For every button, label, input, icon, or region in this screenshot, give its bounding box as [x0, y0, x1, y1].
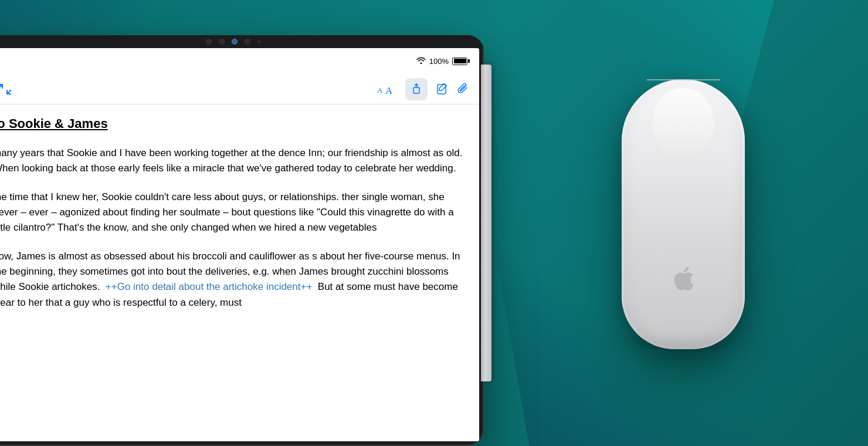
battery-icon: [452, 58, 467, 65]
document-paragraph-3: now, James is almost as obsessed about h…: [0, 249, 465, 310]
mouse-highlight: [653, 88, 714, 158]
battery-fill: [454, 59, 466, 63]
wifi-icon: [416, 56, 426, 66]
document-paragraph-2: the time that I knew her, Sookie couldn'…: [0, 190, 465, 236]
ipad-sensor-2: [245, 39, 250, 45]
ipad-microphone: [257, 40, 261, 43]
mouse-bottom-edge: [631, 332, 736, 349]
ipad-power-btn: [232, 39, 238, 45]
document-title: to Sookie & James: [0, 116, 465, 131]
ipad-toolbar: A A: [0, 74, 479, 104]
svg-rect-2: [413, 87, 419, 93]
mouse-top-line: [646, 79, 720, 81]
ipad-status-bar: 100%: [0, 48, 479, 74]
document-note: ++Go into detail about the artichoke inc…: [106, 281, 313, 292]
svg-text:A: A: [385, 85, 393, 96]
status-bar-right: 100%: [416, 56, 467, 66]
ipad-screen: 100%: [0, 48, 479, 441]
battery-percentage: 100%: [429, 57, 449, 66]
toolbar-right: A A: [377, 78, 470, 100]
document-content[interactable]: to Sookie & James many years that Sookie…: [0, 104, 479, 441]
share-button[interactable]: [405, 78, 428, 100]
toolbar-left: [0, 81, 13, 97]
ipad-right-bezel: [481, 65, 491, 381]
attachment-button[interactable]: [457, 83, 470, 96]
magic-mouse-body: [622, 79, 745, 349]
document-paragraph-1: many years that Sookie and I have been w…: [0, 146, 465, 177]
apple-logo-icon: [673, 266, 694, 290]
compose-button[interactable]: [436, 83, 449, 96]
back-button[interactable]: [0, 81, 13, 97]
ipad-device: 100%: [0, 35, 484, 446]
ipad-sensor-1: [219, 39, 225, 45]
magic-mouse-container: [592, 59, 774, 370]
font-size-button[interactable]: A A: [377, 82, 397, 96]
ipad-top-bar: [0, 35, 484, 48]
svg-text:A: A: [377, 86, 383, 94]
ipad-front-camera: [206, 39, 212, 45]
